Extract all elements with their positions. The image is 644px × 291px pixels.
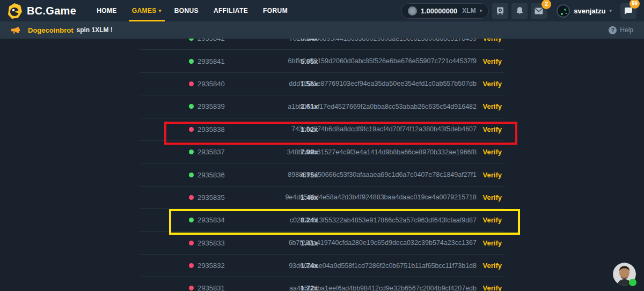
announcement-text: spin 1XLM ! [77,26,113,34]
table-row: 2935832 1.74x 93d60eaae04a9d558f1cd7286f… [140,255,504,277]
game-hash: 348bb9db61527e4c9f3e4a1414d9b8ba66ce8970… [287,148,477,156]
result-dot [189,104,194,109]
game-id[interactable]: 2935835 [197,193,225,202]
verify-link[interactable]: Verify [483,262,502,270]
history-table: 2935842 6.04x 70280e950d95f441b633d60296… [140,39,504,291]
verify-link[interactable]: Verify [483,193,502,202]
verify-link[interactable]: Verify [483,80,502,88]
xlm-coin-icon [408,6,417,16]
nav-item-affiliate[interactable]: AFFILIATE [207,0,257,21]
result-dot [189,241,194,245]
game-hash: 93d60eaae04a9d558f1cd7286f2c0b6751b11af6… [289,262,477,270]
verify-link[interactable]: Verify [483,102,502,110]
brand-logo[interactable]: BC.Game [8,3,76,19]
table-row: 2935842 6.04x 70280e950d95f441b633d60296… [140,39,504,50]
main-nav: HOME GAMES ▾ BONUS AFFILIATE FORUM [90,0,296,21]
chat-badge: 99 [630,0,640,9]
table-row: 2935836 4.75x 8988392450666c53f30afaaaea… [140,163,504,186]
result-dot [189,150,194,154]
bcgame-logo-icon [8,3,22,19]
megaphone-icon [11,26,20,34]
bell-icon [516,6,524,15]
help-label: Help [620,26,633,34]
user-avatar [557,4,570,18]
support-chat-avatar[interactable] [613,263,636,286]
announcement-game-link[interactable]: Dogecoinbrot [28,26,74,34]
game-id[interactable]: 2935841 [197,57,225,65]
game-hash: 6b7f282a419740cfda280e19c65d9deca032c39b… [289,239,477,247]
result-dot [189,218,194,222]
game-id[interactable]: 2935831 [197,284,225,291]
table-row: 2935838 1.02x 743c2d874b6d8a8dcdf9fc19ac… [140,118,504,141]
messages-badge: 2 [541,0,551,9]
table-row: 2935831 1.72x aa4e51dfba1eef6ad4bb98412c… [140,277,504,291]
notifications-button[interactable] [511,3,528,19]
question-mark-icon: ? [609,26,617,34]
result-dot [189,127,194,132]
result-dot [189,173,194,177]
verify-link[interactable]: Verify [483,239,502,247]
top-header: BC.Game HOME GAMES ▾ BONUS AFFILIATE FOR… [0,0,644,21]
result-dot [189,59,194,64]
balance-amount: 1.00000000 [421,7,458,15]
result-dot [189,263,194,268]
game-hash: ddd7f521e87769103ecf94ea35da50ee354efd1c… [289,80,477,87]
verify-link[interactable]: Verify [483,171,502,179]
header-actions: 1.00000000 XLM ▾ 2 [401,3,636,19]
game-id[interactable]: 2935839 [197,102,225,110]
balance-currency: XLM [462,7,475,14]
online-status-dot [629,279,636,286]
vault-icon [496,6,504,15]
game-hash: c0242b713f55322ab4853e917866c52a57c963df… [290,217,477,224]
announcement-bar: Dogecoinbrot spin 1XLM ! ? Help [0,21,644,39]
nav-item-bonus[interactable]: BONUS [168,0,207,21]
brand-name: BC.Game [27,5,76,17]
chevron-down-icon: ▾ [609,8,612,13]
table-row: 2935834 8.24x c0242b713f55322ab4853e9178… [140,209,504,232]
game-hash: aa4e51dfba1eef6ad4bb98412cd9e32b6567c200… [289,285,477,291]
table-row: 2935839 2.61x a1bb0eaaf17ed4527669f2a0bb… [140,95,504,118]
messages-button[interactable]: 2 [531,3,547,19]
result-dot [189,39,194,41]
result-dot [189,81,194,86]
game-hash: a1bb0eaaf17ed4527669f2a0bba8cc53abab26c6… [288,103,477,110]
result-dot [189,195,194,200]
game-hash: 6bffc2a59159d2060d0abc85f526e6be676e5590… [288,57,477,65]
mail-icon [535,8,543,14]
table-row: 2935833 1.41x 6b7f282a419740cfda280e19c6… [140,232,504,255]
verify-link[interactable]: Verify [483,284,502,291]
game-hash: 8988392450666c53f30afaaaea69c1d6a7c0407e… [288,171,477,178]
table-row: 2935837 7.99x 348bb9db61527e4c9f3e4a1414… [140,141,504,163]
game-id[interactable]: 2935842 [197,39,225,42]
verify-link[interactable]: Verify [483,148,502,156]
nav-item-home[interactable]: HOME [90,0,126,21]
chevron-down-icon: ▾ [480,8,482,13]
balance-selector[interactable]: 1.00000000 XLM ▾ [401,3,489,19]
chat-button[interactable]: 99 [620,3,636,19]
game-hash: 743c2d874b6d8a8dcdf9fc19acf4d70f74f12a38… [291,125,477,133]
main-content: 2935842 6.04x 70280e950d95f441b633d60296… [0,39,644,291]
result-dot [189,286,194,290]
nav-item-forum[interactable]: FORUM [257,0,296,21]
game-id[interactable]: 2935832 [197,262,225,270]
game-id[interactable]: 2935834 [197,216,225,224]
nav-item-games[interactable]: GAMES ▾ [126,0,168,21]
game-hash: 70280e950d95f441b633d602960dae15cc623800… [289,39,477,42]
verify-link[interactable]: Verify [483,39,502,42]
game-id[interactable]: 2935838 [197,125,225,133]
table-row: 2935841 5.05x 6bffc2a59159d2060d0abc85f5… [140,50,504,72]
user-menu[interactable]: svenjatzu ▾ [557,4,612,18]
game-id[interactable]: 2935836 [197,171,225,179]
game-id[interactable]: 2935837 [197,148,225,156]
table-row: 2935840 1.56x ddd7f521e87769103ecf94ea35… [140,73,504,95]
verify-link[interactable]: Verify [483,216,502,224]
verify-link[interactable]: Verify [483,125,502,133]
game-id[interactable]: 2935833 [197,239,225,247]
game-id[interactable]: 2935840 [197,80,225,88]
verify-link[interactable]: Verify [483,57,502,65]
vault-button[interactable] [492,3,508,19]
chevron-down-icon: ▾ [159,8,162,13]
help-button[interactable]: ? Help [609,26,633,34]
game-hash: 9e4d6546d4e58a42d3b4f924883baa4daac019ce… [285,193,477,201]
username: svenjatzu [574,7,605,15]
